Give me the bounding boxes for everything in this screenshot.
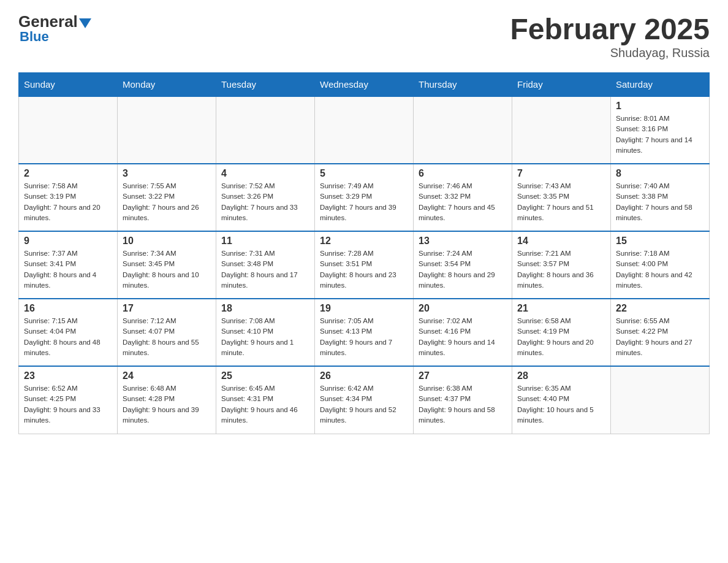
day-info: Sunrise: 7:49 AMSunset: 3:29 PMDaylight:… xyxy=(320,181,408,223)
day-number: 10 xyxy=(123,236,211,247)
calendar-cell xyxy=(512,96,611,164)
day-info: Sunrise: 7:37 AMSunset: 3:41 PMDaylight:… xyxy=(24,248,112,291)
day-info: Sunrise: 7:02 AMSunset: 4:16 PMDaylight:… xyxy=(419,316,507,358)
day-number: 2 xyxy=(24,168,112,179)
calendar-cell: 15Sunrise: 7:18 AMSunset: 4:00 PMDayligh… xyxy=(611,231,710,299)
day-number: 26 xyxy=(320,370,408,381)
location-label: Shudayag, Russia xyxy=(510,46,710,60)
day-number: 1 xyxy=(616,101,704,112)
day-info: Sunrise: 6:52 AMSunset: 4:25 PMDaylight:… xyxy=(24,383,112,426)
day-number: 23 xyxy=(24,370,112,381)
day-info: Sunrise: 7:40 AMSunset: 3:38 PMDaylight:… xyxy=(616,181,704,223)
day-number: 17 xyxy=(123,303,211,314)
day-info: Sunrise: 7:28 AMSunset: 3:51 PMDaylight:… xyxy=(320,248,408,291)
calendar-cell: 18Sunrise: 7:08 AMSunset: 4:10 PMDayligh… xyxy=(216,299,315,366)
day-info: Sunrise: 7:08 AMSunset: 4:10 PMDaylight:… xyxy=(221,316,309,358)
day-info: Sunrise: 7:18 AMSunset: 4:00 PMDaylight:… xyxy=(616,248,704,291)
day-header-saturday: Saturday xyxy=(611,73,710,97)
day-info: Sunrise: 6:35 AMSunset: 4:40 PMDaylight:… xyxy=(517,383,605,426)
day-header-friday: Friday xyxy=(512,73,611,97)
calendar-cell: 1Sunrise: 8:01 AMSunset: 3:16 PMDaylight… xyxy=(611,96,710,164)
day-info: Sunrise: 7:21 AMSunset: 3:57 PMDaylight:… xyxy=(517,248,605,291)
calendar-week-5: 23Sunrise: 6:52 AMSunset: 4:25 PMDayligh… xyxy=(19,366,710,434)
calendar-cell: 23Sunrise: 6:52 AMSunset: 4:25 PMDayligh… xyxy=(19,366,118,434)
day-info: Sunrise: 7:34 AMSunset: 3:45 PMDaylight:… xyxy=(123,248,211,291)
calendar-cell: 7Sunrise: 7:43 AMSunset: 3:35 PMDaylight… xyxy=(512,164,611,231)
day-number: 19 xyxy=(320,303,408,314)
calendar-header-row: SundayMondayTuesdayWednesdayThursdayFrid… xyxy=(19,73,710,97)
calendar-cell: 9Sunrise: 7:37 AMSunset: 3:41 PMDaylight… xyxy=(19,231,118,299)
day-info: Sunrise: 7:24 AMSunset: 3:54 PMDaylight:… xyxy=(419,248,507,291)
day-info: Sunrise: 7:58 AMSunset: 3:19 PMDaylight:… xyxy=(24,181,112,223)
day-number: 3 xyxy=(123,168,211,179)
calendar-week-3: 9Sunrise: 7:37 AMSunset: 3:41 PMDaylight… xyxy=(19,231,710,299)
day-number: 12 xyxy=(320,236,408,247)
day-number: 5 xyxy=(320,168,408,179)
calendar-cell: 24Sunrise: 6:48 AMSunset: 4:28 PMDayligh… xyxy=(118,366,216,434)
calendar-cell: 8Sunrise: 7:40 AMSunset: 3:38 PMDaylight… xyxy=(611,164,710,231)
day-number: 6 xyxy=(419,168,507,179)
calendar-cell: 12Sunrise: 7:28 AMSunset: 3:51 PMDayligh… xyxy=(315,231,414,299)
calendar-cell xyxy=(118,96,216,164)
calendar-cell xyxy=(611,366,710,434)
day-number: 16 xyxy=(24,303,112,314)
day-number: 14 xyxy=(517,236,605,247)
day-info: Sunrise: 7:55 AMSunset: 3:22 PMDaylight:… xyxy=(123,181,211,223)
day-number: 20 xyxy=(419,303,507,314)
day-info: Sunrise: 6:58 AMSunset: 4:19 PMDaylight:… xyxy=(517,316,605,358)
calendar-week-2: 2Sunrise: 7:58 AMSunset: 3:19 PMDaylight… xyxy=(19,164,710,231)
day-info: Sunrise: 6:38 AMSunset: 4:37 PMDaylight:… xyxy=(419,383,507,426)
calendar-cell: 21Sunrise: 6:58 AMSunset: 4:19 PMDayligh… xyxy=(512,299,611,366)
day-number: 18 xyxy=(221,303,309,314)
calendar-cell xyxy=(315,96,414,164)
day-info: Sunrise: 7:15 AMSunset: 4:04 PMDaylight:… xyxy=(24,316,112,358)
calendar-cell: 6Sunrise: 7:46 AMSunset: 3:32 PMDaylight… xyxy=(414,164,512,231)
calendar-cell xyxy=(216,96,315,164)
day-number: 9 xyxy=(24,236,112,247)
calendar-cell: 25Sunrise: 6:45 AMSunset: 4:31 PMDayligh… xyxy=(216,366,315,434)
calendar-cell: 16Sunrise: 7:15 AMSunset: 4:04 PMDayligh… xyxy=(19,299,118,366)
day-number: 22 xyxy=(616,303,704,314)
day-info: Sunrise: 7:46 AMSunset: 3:32 PMDaylight:… xyxy=(419,181,507,223)
calendar-cell: 14Sunrise: 7:21 AMSunset: 3:57 PMDayligh… xyxy=(512,231,611,299)
day-number: 21 xyxy=(517,303,605,314)
day-number: 8 xyxy=(616,168,704,179)
day-info: Sunrise: 7:31 AMSunset: 3:48 PMDaylight:… xyxy=(221,248,309,291)
calendar-cell: 10Sunrise: 7:34 AMSunset: 3:45 PMDayligh… xyxy=(118,231,216,299)
calendar-week-1: 1Sunrise: 8:01 AMSunset: 3:16 PMDaylight… xyxy=(19,96,710,164)
calendar-cell: 19Sunrise: 7:05 AMSunset: 4:13 PMDayligh… xyxy=(315,299,414,366)
calendar-cell: 26Sunrise: 6:42 AMSunset: 4:34 PMDayligh… xyxy=(315,366,414,434)
day-number: 27 xyxy=(419,370,507,381)
day-info: Sunrise: 6:42 AMSunset: 4:34 PMDaylight:… xyxy=(320,383,408,426)
day-info: Sunrise: 6:48 AMSunset: 4:28 PMDaylight:… xyxy=(123,383,211,426)
day-info: Sunrise: 6:55 AMSunset: 4:22 PMDaylight:… xyxy=(616,316,704,358)
day-number: 13 xyxy=(419,236,507,247)
day-info: Sunrise: 7:43 AMSunset: 3:35 PMDaylight:… xyxy=(517,181,605,223)
logo-blue-text: Blue xyxy=(20,29,49,45)
day-header-monday: Monday xyxy=(118,73,216,97)
calendar-cell: 17Sunrise: 7:12 AMSunset: 4:07 PMDayligh… xyxy=(118,299,216,366)
day-number: 25 xyxy=(221,370,309,381)
day-number: 15 xyxy=(616,236,704,247)
calendar-table: SundayMondayTuesdayWednesdayThursdayFrid… xyxy=(18,72,710,434)
month-title: February 2025 xyxy=(510,12,710,46)
page-header: General Blue February 2025 Shudayag, Rus… xyxy=(18,12,710,60)
title-section: February 2025 Shudayag, Russia xyxy=(510,12,710,60)
day-header-thursday: Thursday xyxy=(414,73,512,97)
day-header-wednesday: Wednesday xyxy=(315,73,414,97)
calendar-cell: 27Sunrise: 6:38 AMSunset: 4:37 PMDayligh… xyxy=(414,366,512,434)
day-info: Sunrise: 7:05 AMSunset: 4:13 PMDaylight:… xyxy=(320,316,408,358)
day-number: 24 xyxy=(123,370,211,381)
day-info: Sunrise: 8:01 AMSunset: 3:16 PMDaylight:… xyxy=(616,113,704,156)
calendar-cell: 4Sunrise: 7:52 AMSunset: 3:26 PMDaylight… xyxy=(216,164,315,231)
day-number: 28 xyxy=(517,370,605,381)
day-number: 4 xyxy=(221,168,309,179)
calendar-cell xyxy=(19,96,118,164)
calendar-cell: 22Sunrise: 6:55 AMSunset: 4:22 PMDayligh… xyxy=(611,299,710,366)
calendar-week-4: 16Sunrise: 7:15 AMSunset: 4:04 PMDayligh… xyxy=(19,299,710,366)
calendar-cell xyxy=(414,96,512,164)
calendar-cell: 13Sunrise: 7:24 AMSunset: 3:54 PMDayligh… xyxy=(414,231,512,299)
calendar-cell: 11Sunrise: 7:31 AMSunset: 3:48 PMDayligh… xyxy=(216,231,315,299)
day-number: 11 xyxy=(221,236,309,247)
day-info: Sunrise: 7:52 AMSunset: 3:26 PMDaylight:… xyxy=(221,181,309,223)
